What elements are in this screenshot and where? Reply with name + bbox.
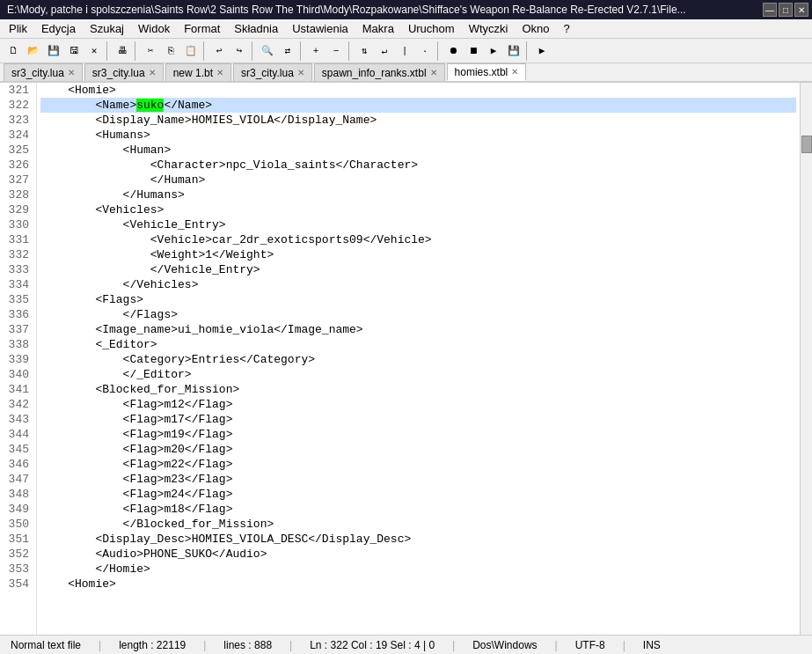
macro-play-button[interactable]: ▶: [484, 41, 503, 61]
sync-scroll-button[interactable]: ⇅: [355, 41, 374, 61]
tab-homies[interactable]: homies.xtbl ✕: [447, 63, 527, 81]
line-number: 351: [4, 532, 29, 547]
zoom-out-button[interactable]: −: [326, 41, 346, 61]
code-line: <Vehicles>: [40, 202, 796, 217]
code-line: </Homie>: [40, 562, 796, 577]
tab-sr3-city-1[interactable]: sr3_city.lua ✕: [4, 63, 83, 81]
tab-close-icon[interactable]: ✕: [216, 68, 223, 77]
open-button[interactable]: 📂: [24, 41, 43, 61]
new-button[interactable]: 🗋: [4, 41, 23, 61]
line-number: 336: [4, 307, 29, 322]
sep6: [348, 41, 352, 61]
tab-close-icon[interactable]: ✕: [511, 67, 518, 77]
vertical-scrollbar[interactable]: [800, 83, 812, 635]
tab-close-icon[interactable]: ✕: [68, 68, 75, 77]
line-number: 354: [4, 577, 29, 592]
save-all-button[interactable]: 🖫: [64, 41, 84, 61]
sep2: [135, 41, 138, 61]
tab-close-icon[interactable]: ✕: [297, 68, 304, 77]
line-number: 347: [4, 472, 29, 487]
line-number: 325: [4, 143, 29, 158]
line-number: 350: [4, 517, 29, 532]
code-line: </Vehicles>: [40, 277, 796, 292]
menu-skladnia[interactable]: Składnia: [227, 20, 285, 37]
menu-wtyczki[interactable]: Wtyczki: [462, 20, 516, 37]
menu-edycja[interactable]: Edycja: [34, 20, 83, 37]
macro-save-button[interactable]: 💾: [504, 41, 523, 61]
run-button[interactable]: ▶: [532, 41, 552, 61]
line-number: 353: [4, 562, 29, 577]
menu-help[interactable]: ?: [557, 20, 577, 37]
code-line: </_Editor>: [40, 367, 796, 382]
sep3: [203, 41, 207, 61]
window-controls[interactable]: — □ ✕: [763, 3, 808, 17]
line-number: 335: [4, 292, 29, 307]
code-line: <_Editor>: [40, 337, 796, 352]
status-mode: INS: [640, 639, 664, 651]
macro-rec-button[interactable]: ⏺: [443, 41, 463, 61]
code-line: <Image_name>ui_homie_viola</Image_name>: [40, 322, 796, 337]
code-content[interactable]: <Homie> <Name>suko</Name> <Display_Name>…: [37, 83, 800, 635]
code-line: <Flag>m23</Flag>: [40, 472, 796, 487]
macro-stop-button[interactable]: ⏹: [464, 41, 483, 61]
tab-label: sr3_city.lua: [241, 67, 294, 79]
tab-label: sr3_city.lua: [92, 67, 145, 79]
menu-szukaj[interactable]: Szukaj: [83, 20, 131, 37]
menu-uruchom[interactable]: Uruchom: [401, 20, 462, 37]
menu-format[interactable]: Format: [177, 20, 227, 37]
tab-label: new 1.bt: [173, 67, 213, 79]
line-number: 342: [4, 397, 29, 412]
undo-button[interactable]: ↩: [209, 41, 229, 61]
menu-ustawienia[interactable]: Ustawienia: [285, 20, 355, 37]
code-line: <Homie>: [40, 577, 796, 592]
tab-spawn-info[interactable]: spawn_info_ranks.xtbl ✕: [314, 63, 445, 81]
copy-button[interactable]: ⎘: [161, 41, 180, 61]
menu-plik[interactable]: Plik: [2, 20, 34, 37]
status-position: Ln : 322 Col : 19 Sel : 4 | 0: [306, 639, 438, 651]
line-number: 346: [4, 457, 29, 472]
find-button[interactable]: 🔍: [258, 41, 277, 61]
line-number: 332: [4, 247, 29, 262]
close-doc-button[interactable]: ✕: [84, 41, 104, 61]
zoom-in-button[interactable]: +: [306, 41, 326, 61]
whitespace-button[interactable]: ·: [415, 41, 435, 61]
status-line-ending: Dos\Windows: [469, 639, 540, 651]
code-line: <Flag>m20</Flag>: [40, 442, 796, 457]
line-number: 343: [4, 412, 29, 427]
menu-widok[interactable]: Widok: [131, 20, 177, 37]
minimize-button[interactable]: —: [763, 3, 777, 17]
tab-sr3-city-2[interactable]: sr3_city.lua ✕: [84, 63, 164, 81]
cut-button[interactable]: ✂: [141, 41, 160, 61]
menu-makra[interactable]: Makra: [355, 20, 401, 37]
sep8: [526, 41, 530, 61]
line-number: 349: [4, 502, 29, 517]
line-number: 338: [4, 337, 29, 352]
menu-okno[interactable]: Okno: [515, 20, 556, 37]
status-bar: Normal text file | length : 22119 | line…: [0, 635, 812, 654]
replace-button[interactable]: ⇄: [278, 41, 297, 61]
status-file-type: Normal text file: [7, 639, 84, 651]
line-number: 337: [4, 322, 29, 337]
sep5: [300, 41, 304, 61]
code-line: <Character>npc_Viola_saints</Character>: [40, 158, 796, 173]
indent-guide-button[interactable]: |: [395, 41, 414, 61]
code-line: <Human>: [40, 143, 796, 158]
word-wrap-button[interactable]: ↵: [375, 41, 394, 61]
tab-close-icon[interactable]: ✕: [149, 68, 156, 77]
line-number: 331: [4, 232, 29, 247]
line-number: 348: [4, 487, 29, 502]
tab-close-icon[interactable]: ✕: [430, 68, 437, 77]
tab-sr3-city-3[interactable]: sr3_city.lua ✕: [233, 63, 312, 81]
scrollbar-thumb[interactable]: [801, 136, 812, 153]
paste-button[interactable]: 📋: [181, 41, 201, 61]
tab-new1[interactable]: new 1.bt ✕: [165, 63, 231, 81]
save-button[interactable]: 💾: [44, 41, 63, 61]
close-button[interactable]: ✕: [794, 3, 808, 17]
code-line: <Flag>m22</Flag>: [40, 457, 796, 472]
maximize-button[interactable]: □: [779, 3, 793, 17]
line-number: 329: [4, 202, 29, 217]
redo-button[interactable]: ↪: [230, 41, 249, 61]
status-lines: lines : 888: [220, 639, 275, 651]
print-button[interactable]: 🖶: [113, 41, 132, 61]
menu-bar: Plik Edycja Szukaj Widok Format Składnia…: [0, 19, 812, 39]
